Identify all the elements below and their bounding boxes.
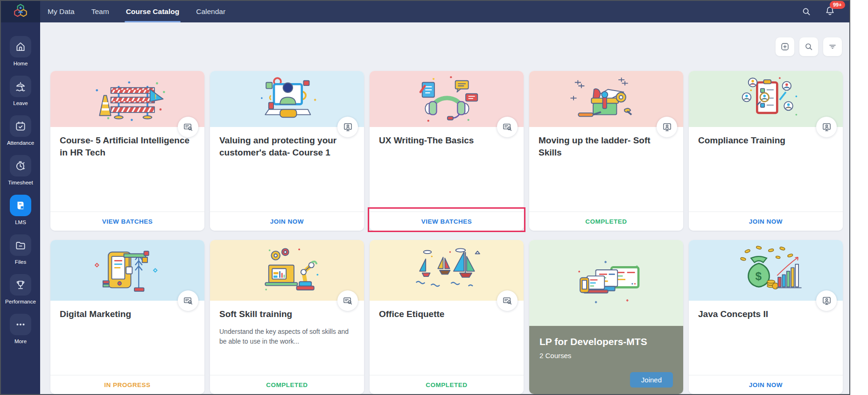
learning-path-card-lp-for-developers-mts[interactable]: LP for Developers-MTS2 CoursesJoined: [529, 240, 683, 394]
sidebar-item-lms[interactable]: LMS: [1, 195, 40, 225]
self-paced-badge-icon: [178, 290, 198, 311]
filter-icon: [827, 42, 838, 52]
instructor-led-badge-icon: [816, 117, 837, 137]
app-window: My DataTeamCourse CatalogCalendar 99+ Ho…: [0, 0, 850, 395]
join-now-link[interactable]: JOIN NOW: [689, 212, 843, 231]
sidebar-item-label: More: [14, 339, 27, 344]
filter-button[interactable]: [823, 37, 842, 56]
search-icon[interactable]: [801, 7, 812, 17]
svg-text:$: $: [756, 270, 762, 282]
notifications-bell-icon[interactable]: 99+: [825, 6, 835, 18]
catalog-toolbar: [775, 37, 842, 56]
sidebar-item-label: Files: [15, 259, 26, 265]
files-folder-icon: [10, 234, 31, 256]
sidebar: HomeLeaveAttendanceTimesheetLMSFilesPerf…: [1, 22, 40, 394]
status-in-progress: IN PROGRESS: [50, 375, 204, 394]
course-title: Valuing and protecting your customer's d…: [219, 134, 355, 159]
tab-team[interactable]: Team: [91, 1, 109, 22]
course-title: Compliance Training: [698, 134, 833, 147]
course-catalog-content: !Course- 5 Artificial Intelligence in HR…: [40, 22, 849, 394]
sidebar-item-label: Attendance: [7, 140, 34, 146]
self-paced-badge-icon: [497, 290, 518, 311]
devices-illustration: [529, 240, 683, 326]
sidebar-item-label: Home: [14, 61, 28, 66]
tab-calendar[interactable]: Calendar: [196, 1, 225, 22]
search-button[interactable]: [799, 37, 819, 56]
instructor-led-badge-icon: [657, 117, 677, 137]
learning-path-title: LP for Developers-MTS: [539, 336, 673, 347]
svg-text:!: !: [154, 93, 157, 100]
sidebar-item-home[interactable]: Home: [1, 36, 40, 66]
course-title: Java Concepts II: [698, 308, 833, 320]
sidebar-item-label: Timesheet: [8, 180, 33, 185]
crane-builder-illustration: [50, 240, 204, 301]
more-ellipsis-icon: [10, 314, 31, 335]
add-course-button[interactable]: [775, 37, 795, 56]
sidebar-item-leave[interactable]: Leave: [1, 76, 40, 106]
sidebar-item-timesheet[interactable]: Timesheet: [1, 155, 40, 185]
course-title: Office Etiquette: [379, 308, 514, 320]
instructor-led-badge-icon: [337, 117, 358, 137]
status-completed: COMPLETED: [370, 375, 524, 394]
self-paced-badge-icon: [497, 117, 518, 137]
top-nav: My DataTeamCourse CatalogCalendar 99+: [1, 1, 849, 22]
status-completed: COMPLETED: [529, 212, 683, 231]
lms-book-icon: [10, 195, 31, 216]
sailboats-illustration: [370, 240, 524, 301]
app-logo: [1, 1, 40, 22]
course-title: Moving up the ladder- Soft Skills: [539, 134, 674, 159]
course-title: Digital Marketing: [60, 308, 195, 320]
course-card-java-concepts-ii[interactable]: $Java Concepts IIJOIN NOW: [689, 240, 843, 394]
self-paced-badge-icon: [178, 117, 198, 137]
course-card-ux-writing-the-basics[interactable]: UX Writing-The BasicsVIEW BATCHES: [370, 71, 524, 231]
leave-umbrella-icon: [10, 76, 31, 97]
instructor-led-badge-icon: [816, 290, 837, 311]
performance-trophy-icon: [10, 274, 31, 296]
tab-course-catalog[interactable]: Course Catalog: [126, 1, 180, 22]
top-nav-tabs: My DataTeamCourse CatalogCalendar: [48, 1, 225, 22]
timesheet-stopwatch-icon: [10, 155, 31, 176]
sidebar-item-files[interactable]: Files: [1, 234, 40, 265]
course-grid: !Course- 5 Artificial Intelligence in HR…: [50, 71, 843, 394]
course-card-valuing-and-protecting-your-customer-s-data-course-1[interactable]: Valuing and protecting your customer's d…: [210, 71, 364, 231]
joined-button[interactable]: Joined: [630, 372, 673, 388]
hexagon-logo-icon: [11, 2, 30, 21]
learning-path-course-count: 2 Courses: [539, 352, 673, 360]
robot-arm-illustration: [210, 240, 364, 301]
self-paced-badge-icon: [337, 290, 358, 311]
add-course-icon: [780, 42, 790, 52]
home-icon: [10, 36, 31, 57]
course-card-office-etiquette[interactable]: Office EtiquetteCOMPLETED: [370, 240, 524, 394]
tab-my-data[interactable]: My Data: [48, 1, 75, 22]
sidebar-item-more[interactable]: More: [1, 314, 40, 344]
top-nav-actions: 99+: [801, 6, 849, 18]
course-title: Soft Skill training: [219, 308, 355, 320]
join-now-link[interactable]: JOIN NOW: [210, 212, 364, 231]
learning-path-overlay: LP for Developers-MTS2 CoursesJoined: [529, 326, 683, 394]
money-chart-illustration: $: [689, 240, 843, 301]
course-card-compliance-training[interactable]: Compliance TrainingJOIN NOW: [689, 71, 843, 231]
course-description: Understand the key aspects of soft skill…: [219, 327, 355, 346]
status-completed: COMPLETED: [210, 375, 364, 394]
attendance-calendar-icon: [10, 115, 31, 137]
course-title: UX Writing-The Basics: [379, 134, 514, 147]
view-batches-link[interactable]: VIEW BATCHES: [50, 212, 204, 231]
notification-count-badge: 99+: [830, 1, 845, 9]
course-card-course-5-artificial-intelligence-in-hr-tech[interactable]: !Course- 5 Artificial Intelligence in HR…: [50, 71, 204, 231]
course-card-soft-skill-training[interactable]: Soft Skill trainingUnderstand the key as…: [210, 240, 364, 394]
sidebar-item-label: LMS: [15, 219, 26, 225]
sidebar-item-label: Leave: [13, 100, 28, 106]
sidebar-item-performance[interactable]: Performance: [1, 274, 40, 304]
course-card-moving-up-the-ladder-soft-skills[interactable]: Moving up the ladder- Soft SkillsCOMPLET…: [529, 71, 683, 231]
search-icon: [804, 42, 814, 52]
join-now-link[interactable]: JOIN NOW: [689, 375, 843, 394]
view-batches-link[interactable]: VIEW BATCHES: [370, 212, 524, 231]
course-card-digital-marketing[interactable]: Digital MarketingIN PROGRESS: [50, 240, 204, 394]
course-title: Course- 5 Artificial Intelligence in HR …: [60, 134, 195, 159]
sidebar-item-label: Performance: [5, 299, 36, 304]
sidebar-item-attendance[interactable]: Attendance: [1, 115, 40, 146]
